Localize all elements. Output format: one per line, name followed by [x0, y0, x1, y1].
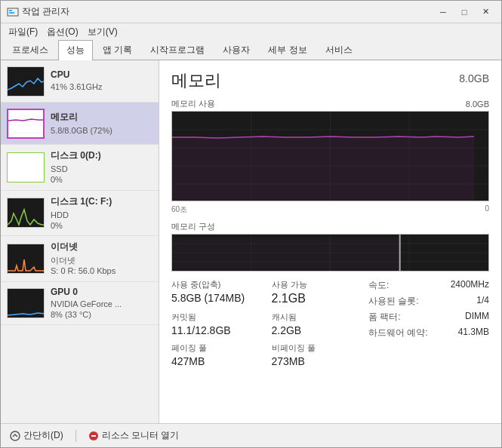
resource-monitor-button[interactable]: 리소스 모니터 열기: [88, 429, 180, 442]
gpu-model: NVIDIA GeForce ...: [51, 299, 152, 309]
gpu-mini-graph: [7, 288, 45, 318]
minimize-button[interactable]: ─: [433, 5, 453, 20]
sidebar-item-memory[interactable]: 메모리 5.8/8.0GB (72%): [1, 103, 159, 145]
disk0-usage: 0%: [51, 174, 152, 185]
hardware-value: 41.3MB: [458, 327, 489, 339]
disk0-mini-graph: [7, 152, 45, 183]
speed-value: 2400MHz: [451, 279, 489, 292]
simplify-button[interactable]: 간단히(D): [10, 429, 63, 442]
non-paged-label: 비페이징 풀: [272, 342, 357, 354]
tab-services[interactable]: 서비스: [317, 40, 361, 60]
tab-performance[interactable]: 성능: [58, 40, 93, 60]
main-total: 8.0GB: [459, 72, 489, 84]
committed-stat: 커밋됨 11.1/12.8GB: [171, 311, 257, 336]
in-use-value: 5.8GB (174MB): [171, 292, 257, 304]
sidebar: CPU 41% 3.61GHz 메모리 5.8/8.: [1, 60, 159, 423]
simplify-label: 간단히(D): [23, 429, 63, 442]
memory-info: 메모리 5.8/8.0GB (72%): [51, 111, 152, 136]
graph-time-labels: 60초 0: [171, 204, 489, 215]
graph-time-right: 0: [485, 204, 489, 215]
tab-app-history[interactable]: 앱 기록: [94, 40, 140, 60]
memory-usage-graph: [171, 111, 489, 201]
sidebar-item-disk0[interactable]: 디스크 0(D:) SSD 0%: [1, 145, 159, 191]
maximize-button[interactable]: □: [454, 5, 474, 20]
paged-stat: 페이징 풀 427MB: [171, 342, 257, 367]
sidebar-item-disk1[interactable]: 디스크 1(C: F:) HDD 0%: [1, 191, 159, 237]
usage-label: 메모리 사용: [171, 98, 215, 109]
gpu-label: GPU 0: [51, 287, 152, 297]
memory-mini-graph: [7, 109, 45, 139]
gpu-info: GPU 0 NVIDIA GeForce ... 8% (33 °C): [51, 287, 152, 321]
simplify-icon: [10, 431, 20, 441]
paged-label: 페이징 풀: [171, 342, 257, 354]
title-bar-left: 작업 관리자: [7, 5, 69, 18]
sidebar-item-ethernet[interactable]: 이더넷 이더넷 S: 0 R: 56.0 Kbps: [1, 236, 159, 282]
form-value: DIMM: [465, 311, 489, 324]
hardware-label: 하드웨어 예약:: [368, 327, 428, 339]
cpu-mini-graph: [7, 66, 45, 97]
available-value: 2.1GB: [272, 292, 357, 305]
app-icon: [7, 6, 19, 18]
gpu-usage: 8% (33 °C): [51, 309, 152, 320]
tab-startup[interactable]: 시작프로그램: [142, 40, 213, 60]
slots-value: 1/4: [476, 295, 489, 308]
tab-bar: 프로세스 성능 앱 기록 시작프로그램 사용자 세부 정보 서비스: [1, 40, 501, 60]
committed-label: 커밋됨: [171, 311, 257, 323]
memory-label: 메모리: [51, 111, 152, 124]
tab-processes[interactable]: 프로세스: [4, 40, 57, 60]
speed-label: 속도:: [368, 279, 389, 292]
tab-users[interactable]: 사용자: [214, 40, 258, 60]
slots-label: 사용된 슬롯:: [368, 295, 419, 308]
resource-monitor-icon: [88, 431, 99, 441]
svg-rect-1: [9, 10, 12, 11]
cached-value: 2.2GB: [272, 324, 357, 336]
graph-time-left: 60초: [171, 204, 187, 215]
ethernet-info: 이더넷 이더넷 S: 0 R: 56.0 Kbps: [51, 241, 152, 277]
main-title: 메모리: [171, 69, 221, 92]
sidebar-item-gpu[interactable]: GPU 0 NVIDIA GeForce ... 8% (33 °C): [1, 282, 159, 326]
svg-rect-2: [9, 12, 14, 14]
sidebar-item-cpu[interactable]: CPU 41% 3.61GHz: [1, 60, 159, 103]
close-button[interactable]: ✕: [476, 5, 495, 20]
memory-detail: 5.8/8.0GB (72%): [51, 125, 152, 136]
menu-view[interactable]: 보기(V): [83, 24, 122, 40]
menu-options[interactable]: 옵션(O): [42, 24, 82, 40]
menu-file[interactable]: 파일(F): [4, 24, 42, 40]
menu-bar: 파일(F) 옵션(O) 보기(V): [1, 23, 501, 40]
svg-point-23: [11, 431, 20, 440]
main-panel: 메모리 8.0GB 메모리 사용 8.0GB: [159, 60, 501, 423]
cpu-label: CPU: [51, 69, 152, 80]
cpu-info: CPU 41% 3.61GHz: [51, 69, 152, 92]
disk0-label: 디스크 0(D:): [51, 149, 152, 162]
paged-value: 427MB: [171, 355, 257, 367]
main-header: 메모리 8.0GB: [171, 69, 489, 92]
disk1-type: HDD: [51, 210, 152, 220]
cached-label: 캐시됨: [272, 311, 357, 323]
bottom-bar: 간단히(D) 리소스 모니터 열기: [1, 423, 501, 447]
ethernet-speed: S: 0 R: 56.0 Kbps: [51, 265, 152, 276]
available-label: 사용 가능: [272, 279, 357, 290]
ethernet-label: 이더넷: [51, 241, 152, 253]
tab-details[interactable]: 세부 정보: [260, 40, 315, 60]
non-paged-stat: 비페이징 풀 273MB: [272, 342, 357, 367]
disk1-label: 디스크 1(C: F:): [51, 195, 152, 208]
memory-config-bar: [171, 234, 489, 272]
disk0-info: 디스크 0(D:) SSD 0%: [51, 149, 152, 186]
svg-marker-14: [172, 137, 474, 201]
config-label: 메모리 구성: [171, 221, 489, 232]
monitor-label: 리소스 모니터 열기: [102, 429, 180, 442]
usage-section-header: 메모리 사용 8.0GB: [171, 98, 489, 111]
window-controls: ─ □ ✕: [433, 5, 495, 20]
committed-value: 11.1/12.8GB: [171, 324, 257, 336]
svg-rect-21: [172, 238, 400, 269]
title-bar: 작업 관리자 ─ □ ✕: [1, 1, 501, 23]
in-use-stat: 사용 중(압축) 5.8GB (174MB): [171, 279, 257, 305]
ethernet-type: 이더넷: [51, 255, 152, 265]
disk1-info: 디스크 1(C: F:) HDD 0%: [51, 195, 152, 232]
svg-rect-3: [8, 110, 45, 139]
content-area: CPU 41% 3.61GHz 메모리 5.8/8.: [1, 60, 501, 423]
in-use-label: 사용 중(압축): [171, 279, 257, 290]
disk1-usage: 0%: [51, 220, 152, 231]
cached-stat: 캐시됨 2.2GB: [272, 311, 357, 336]
bottom-divider: [75, 430, 76, 442]
